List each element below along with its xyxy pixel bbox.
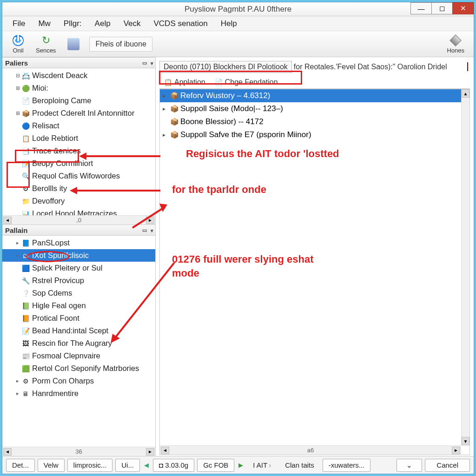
close-button[interactable]: ✕ xyxy=(452,2,474,14)
tree-item[interactable]: 📦Boone Blessior) -- 4172 xyxy=(160,115,469,128)
pallain-scrollbar[interactable]: ◄ 36 ► xyxy=(2,447,155,456)
maximize-button[interactable]: ◻ xyxy=(431,2,453,14)
detach-icon[interactable]: ▭ xyxy=(142,227,147,233)
expander-icon[interactable]: ▸ xyxy=(163,93,170,99)
btn-dropdown[interactable]: ⌄ xyxy=(397,459,422,472)
tree-item[interactable]: 📄Beroploing Came xyxy=(2,94,155,107)
tree-item[interactable]: ▸📦Suppoll Saise (Modo|-- 123–) xyxy=(160,102,469,115)
tree-item[interactable]: 📑Trace &enices xyxy=(2,145,155,157)
expander-icon[interactable]: ⊟ xyxy=(14,73,21,79)
next-arrow-icon[interactable]: ▶ xyxy=(237,462,245,469)
item-icon: 📦 xyxy=(170,131,180,139)
panel-close-icon[interactable]: ▾ xyxy=(151,59,153,66)
scroll-right-icon[interactable]: ► xyxy=(146,217,154,224)
tool-sences[interactable]: ↻ Sences xyxy=(30,33,61,55)
tree-item[interactable]: 🟦Splick Pleitery or Sul xyxy=(2,262,155,274)
tree-item[interactable]: 🟩Rertol Corl Seponify Matrbories xyxy=(2,362,155,375)
btn-cancel[interactable]: Cancel xyxy=(425,459,470,472)
prev-arrow-icon[interactable]: ◀ xyxy=(143,462,150,469)
main-tree[interactable]: ▸📦Reforv Wustory – 4.6312)▸📦Suppoll Sais… xyxy=(160,89,469,455)
scroll-left-icon[interactable]: ◄ xyxy=(3,217,12,224)
btn-det[interactable]: Det... xyxy=(6,459,35,472)
tree-item[interactable]: 📗Higle Feal ogen xyxy=(2,299,155,312)
tree-item[interactable]: ▸📘PanSLopst xyxy=(2,237,155,249)
main-hscroll[interactable]: ◄ a6 ► xyxy=(160,445,461,455)
main-vscroll[interactable]: ▲ ▼ xyxy=(461,89,469,445)
tool-onil[interactable]: ⏻ Onil xyxy=(6,33,30,55)
menu-file[interactable]: File xyxy=(6,17,32,30)
btn-velw[interactable]: Velw xyxy=(38,459,65,472)
tree-item[interactable]: 📝Beopy Cormlihiort xyxy=(2,157,155,170)
scroll-left-icon[interactable]: ◄ xyxy=(3,448,12,456)
tree-item[interactable]: ▸⚙Porm Con Oharps xyxy=(2,375,155,387)
minimize-button[interactable]: — xyxy=(410,2,432,14)
tree-item[interactable]: 🖼Rescin fior The Augrary xyxy=(2,337,155,350)
detach-icon[interactable]: ▭ xyxy=(142,60,147,66)
tree-item[interactable]: 🔍Requol Caflis Wifowordes xyxy=(2,170,155,182)
scroll-track[interactable]: ,0 xyxy=(13,217,145,224)
expander-icon[interactable]: ▸ xyxy=(163,106,170,112)
expander-icon[interactable]: ▸ xyxy=(163,132,170,138)
breadcrumb-end-icon[interactable] xyxy=(467,63,468,71)
tree-item[interactable]: ❔Sop Cdems xyxy=(2,287,155,299)
menu-pllgr[interactable]: Pllgr: xyxy=(57,17,88,30)
menu-help[interactable]: Help xyxy=(214,17,244,30)
tool-fheis[interactable]: Fheis of ibuone xyxy=(89,37,152,52)
main-container: ▸📦Reforv Wustory – 4.6312)▸📦Suppoll Sais… xyxy=(159,89,470,455)
tree-item[interactable]: ▸📦Suppoll Safve the E7 (psporin Miinor) xyxy=(160,128,469,141)
tree-item[interactable]: 📁Devoffory xyxy=(2,195,155,207)
btn-gfob[interactable]: Gc FOB xyxy=(197,459,234,472)
tree-item[interactable]: 📊Locerl Honol Metrracizes xyxy=(2,207,155,215)
scroll-track[interactable]: a6 xyxy=(170,447,451,454)
expander-icon[interactable]: ⊞ xyxy=(14,110,21,116)
tree-item[interactable]: ⚙Berollls ity xyxy=(2,182,155,195)
tree-item[interactable]: 🔧Rstrel Provicup xyxy=(2,274,155,287)
expander-icon[interactable]: ▸ xyxy=(14,378,21,384)
scroll-left-icon[interactable]: ◄ xyxy=(161,447,169,454)
breadcrumb-box[interactable]: Deonto (0710) Blockhers Dl Polotiook xyxy=(159,61,292,73)
tree-item[interactable]: ▸📦Reforv Wustory – 4.6312) xyxy=(160,89,469,102)
scroll-track[interactable]: 36 xyxy=(13,448,145,456)
expander-icon[interactable]: ▸ xyxy=(14,390,21,397)
tree-item[interactable]: 📝Bead Hand:intal Scept xyxy=(2,324,155,337)
bottom-bar: Det... Velw limprosic... Ui... ◀ ◘ 3.03.… xyxy=(2,456,474,474)
menu-veck[interactable]: Veck xyxy=(117,17,147,30)
tree-item[interactable]: 📋Lode Rebtiort xyxy=(2,132,155,145)
item-icon: 🔵 xyxy=(21,122,30,130)
expander-icon[interactable]: ▸ xyxy=(14,240,21,246)
btn-iait[interactable]: I AIT› xyxy=(247,459,277,472)
btn-xuwaters[interactable]: -xuwaters... xyxy=(323,459,371,472)
menu-vcds[interactable]: VCDS senation xyxy=(147,17,214,30)
scroll-right-icon[interactable]: ► xyxy=(452,447,460,454)
pallain-tree[interactable]: ▸📘PanSLopst▸🗂ïXot Spurlfclisoic🟦Splick P… xyxy=(2,236,155,447)
scroll-up-icon[interactable]: ▲ xyxy=(462,89,469,98)
refresh-icon: ↻ xyxy=(40,34,53,47)
menu-aelp[interactable]: Aelp xyxy=(88,17,117,30)
tree-item[interactable]: ⊞📦Prodect Cderelt Inl Antonnittor xyxy=(2,107,155,119)
btn-ui[interactable]: Ui... xyxy=(115,459,140,472)
tab-applation[interactable]: 📋 Applation xyxy=(159,77,210,88)
expander-icon[interactable]: ▸ xyxy=(14,252,21,258)
tree-item[interactable]: 🔵Relisact xyxy=(2,119,155,132)
tree-item[interactable]: 📙Protical Foont xyxy=(2,312,155,324)
panel-close-icon[interactable]: ▾ xyxy=(151,226,153,234)
scroll-down-icon[interactable]: ▼ xyxy=(462,437,469,445)
menu-mw[interactable]: Mw xyxy=(32,17,57,30)
item-label: Prodect Cderelt Inl Antonnittor xyxy=(32,109,134,118)
tree-item[interactable]: ⊞🟢Mioi: xyxy=(2,82,155,94)
tree-item[interactable]: ▸🗂ïXot Spurlfclisoic xyxy=(2,249,155,262)
item-label: Berollls ity xyxy=(32,184,67,193)
tree-item[interactable]: ▸🖥Hanrdmentire xyxy=(2,387,155,400)
tool-db[interactable] xyxy=(61,37,86,52)
paliers-tree[interactable]: ⊟📇Wiscdent Deack⊞🟢Mioi:📄Beroploing Came⊞… xyxy=(2,68,155,215)
btn-num[interactable]: ◘ 3.03.0g xyxy=(153,459,194,472)
tool-hones[interactable]: Hones xyxy=(441,33,470,55)
btn-improsic[interactable]: limprosic... xyxy=(67,459,113,472)
tree-item[interactable]: ⊟📇Wiscdent Deack xyxy=(2,69,155,82)
paliers-scrollbar[interactable]: ◄ ,0 ► xyxy=(2,215,155,225)
tree-item[interactable]: 📰Fosmoal Clepnvaire xyxy=(2,350,155,362)
expander-icon[interactable]: ⊞ xyxy=(14,85,21,91)
tab-chge[interactable]: 📄 Chge Fendation xyxy=(210,77,283,88)
scroll-right-icon[interactable]: ► xyxy=(146,448,154,456)
btn-clantaits[interactable]: Clan taits xyxy=(279,459,320,472)
